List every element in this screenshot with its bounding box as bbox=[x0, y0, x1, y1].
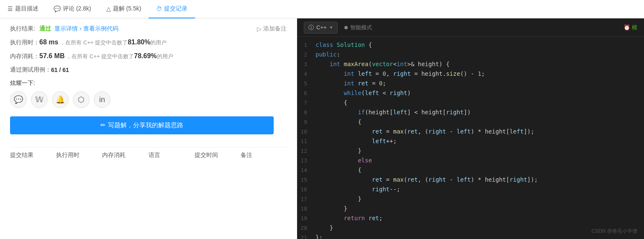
submissions-icon: ⏱ bbox=[156, 5, 162, 12]
share-label: 炫耀一下: bbox=[10, 80, 287, 87]
line-code: ret = max(ret, (right - left) * height[r… bbox=[316, 175, 538, 184]
line-code: int ret = 0; bbox=[316, 79, 386, 88]
show-detail-link[interactable]: 显示详情 › bbox=[54, 25, 82, 33]
line-code: left++; bbox=[316, 136, 397, 146]
solutions-icon: △ bbox=[106, 5, 111, 12]
code-toolbar: ⓘ C++ ▼ 智能模式 ⏰ 模 bbox=[297, 18, 644, 37]
smart-mode-label: 智能模式 bbox=[350, 24, 372, 31]
code-line: 8 if(height[left] < height[right]) bbox=[297, 108, 644, 117]
exec-time-desc2: 的用户 bbox=[150, 39, 167, 46]
line-number: 21 bbox=[300, 233, 316, 239]
code-line: 4 int left = 0, right = height.size() - … bbox=[297, 69, 644, 79]
line-number: 1 bbox=[300, 40, 316, 50]
view-example-link[interactable]: 查看示例代码 bbox=[83, 25, 118, 33]
tab-description[interactable]: ☰ 题目描述 bbox=[0, 0, 46, 18]
line-code: }; bbox=[316, 233, 323, 239]
code-line: 6 while(left < right) bbox=[297, 88, 644, 98]
share-wechat-btn[interactable]: 💬 bbox=[10, 91, 27, 108]
line-code: { bbox=[316, 165, 362, 175]
col-exec-time: 执行用时 bbox=[56, 152, 102, 159]
share-douban-btn[interactable]: ⬡ bbox=[73, 91, 90, 108]
toolbar-right: ⏰ 模 bbox=[623, 24, 637, 31]
code-line: 15 ret = max(ret, (right - left) * heigh… bbox=[297, 175, 644, 185]
lang-label: C++ bbox=[316, 24, 327, 31]
result-label: 执行结果: bbox=[10, 25, 39, 33]
line-number: 14 bbox=[300, 165, 316, 175]
exec-time-desc: ，在所有 C++ 提交中击败了 bbox=[60, 39, 128, 46]
code-line: 12 } bbox=[297, 146, 644, 156]
line-code: { bbox=[316, 98, 347, 107]
code-line: 1class Solution { bbox=[297, 40, 644, 50]
code-line: 7 { bbox=[297, 98, 644, 108]
share-linkedin-btn[interactable]: in bbox=[94, 91, 110, 108]
line-code: while(left < right) bbox=[316, 88, 411, 98]
col-memory: 内存消耗 bbox=[102, 152, 148, 159]
alarm-icon: ⏰ bbox=[623, 24, 630, 31]
exec-time-row: 执行用时： 68 ms ，在所有 C++ 提交中击败了 81.80% 的用户 bbox=[10, 39, 287, 46]
memory-label: 内存消耗： bbox=[10, 53, 39, 60]
test-cases-label: 通过测试用例： bbox=[10, 66, 51, 74]
code-line: 13 else bbox=[297, 156, 644, 165]
line-code: int maxArea(vector<int>& height) { bbox=[316, 59, 449, 69]
smart-mode: 智能模式 bbox=[344, 24, 372, 31]
douban-icon: ⬡ bbox=[78, 95, 85, 104]
share-icons: 💬 𝕎 🔔 ⬡ in bbox=[10, 91, 287, 108]
code-line: 3 int maxArea(vector<int>& height) { bbox=[297, 59, 644, 69]
line-code: } bbox=[316, 223, 333, 232]
line-number: 7 bbox=[300, 98, 316, 108]
language-selector[interactable]: ⓘ C++ ▼ bbox=[304, 22, 338, 33]
tab-bar: ☰ 题目描述 💬 评论 (2.8k) △ 题解 (5.5k) ⏱ 提交记录 bbox=[0, 0, 644, 18]
code-line: 10 ret = max(ret, (right - left) * heigh… bbox=[297, 127, 644, 136]
linkedin-icon: in bbox=[99, 95, 105, 104]
code-line: 2public: bbox=[297, 50, 644, 59]
col-note: 备注 bbox=[241, 152, 287, 159]
code-line: 19 return ret; bbox=[297, 213, 644, 223]
code-line: 18 } bbox=[297, 204, 644, 213]
tab-submissions[interactable]: ⏱ 提交记录 bbox=[149, 0, 195, 18]
result-status: 通过 bbox=[39, 25, 51, 33]
code-line: 16 right--; bbox=[297, 185, 644, 194]
line-code: ret = max(ret, (right - left) * height[l… bbox=[316, 127, 534, 136]
exec-time-label: 执行用时： bbox=[10, 39, 39, 46]
table-header: 提交结果 执行用时 内存消耗 语言 提交时间 备注 bbox=[10, 147, 287, 163]
line-code: return ret; bbox=[316, 213, 382, 223]
code-line: 14 { bbox=[297, 165, 644, 175]
col-submit-time: 提交时间 bbox=[195, 152, 241, 159]
test-cases-value: 61 / 61 bbox=[51, 67, 69, 73]
code-line: 17 } bbox=[297, 194, 644, 204]
memory-row: 内存消耗： 57.6 MB ，在所有 C++ 提交中击败了 78.69% 的用户 bbox=[10, 52, 287, 60]
right-panel: ⓘ C++ ▼ 智能模式 ⏰ 模 1class Solution {2publi… bbox=[297, 18, 644, 239]
tab-solutions[interactable]: △ 题解 (5.5k) bbox=[99, 0, 149, 18]
test-cases-row: 通过测试用例： 61 / 61 bbox=[10, 66, 287, 74]
memory-desc2: 的用户 bbox=[157, 53, 173, 60]
line-number: 17 bbox=[300, 194, 316, 204]
toolbar-right-text: 模 bbox=[632, 24, 637, 31]
line-code: else bbox=[316, 156, 372, 165]
tab-comments[interactable]: 💬 评论 (2.8k) bbox=[46, 0, 99, 18]
col-lang: 语言 bbox=[149, 152, 195, 159]
smart-mode-dot bbox=[344, 26, 348, 29]
col-result: 提交结果 bbox=[10, 152, 56, 159]
line-number: 3 bbox=[300, 59, 316, 69]
write-solution-button[interactable]: ✏ 写题解，分享我的解题思路 bbox=[10, 116, 274, 134]
comments-icon: 💬 bbox=[54, 5, 61, 12]
line-number: 12 bbox=[300, 146, 316, 156]
line-number: 6 bbox=[300, 88, 316, 98]
share-bell-btn[interactable]: 🔔 bbox=[52, 91, 69, 108]
bell-icon: 🔔 bbox=[56, 95, 65, 104]
add-note-icon: ▷ bbox=[257, 26, 262, 32]
line-code: right--; bbox=[316, 185, 400, 194]
line-code: } bbox=[316, 204, 347, 213]
line-code: } bbox=[316, 194, 362, 203]
line-code: if(height[left] < height[right]) bbox=[316, 108, 471, 117]
code-line: 5 int ret = 0; bbox=[297, 79, 644, 88]
share-weibo-btn[interactable]: 𝕎 bbox=[31, 91, 48, 108]
line-number: 13 bbox=[300, 156, 316, 165]
memory-desc: ，在所有 C++ 提交中击败了 bbox=[66, 53, 134, 60]
add-note-btn[interactable]: ▷ 添加备注 bbox=[257, 25, 287, 33]
line-code: } bbox=[316, 146, 362, 155]
weibo-icon: 𝕎 bbox=[35, 95, 44, 104]
code-area[interactable]: 1class Solution {2public:3 int maxArea(v… bbox=[297, 37, 644, 239]
line-number: 16 bbox=[300, 185, 316, 194]
code-container: 1class Solution {2public:3 int maxArea(v… bbox=[297, 37, 644, 239]
